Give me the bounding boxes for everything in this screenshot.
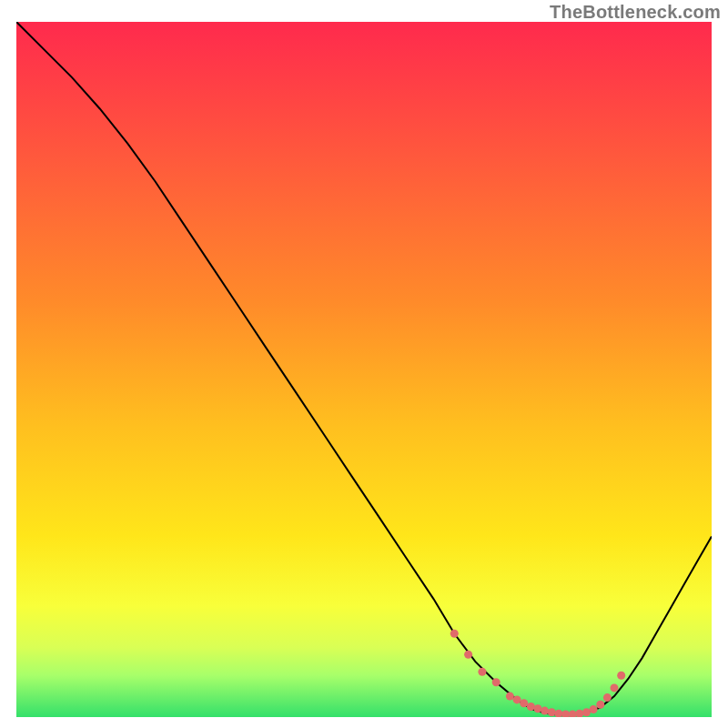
plot-svg (16, 22, 712, 717)
flat-zone-marker (506, 693, 514, 701)
flat-zone-marker (617, 672, 625, 680)
flat-zone-marker (611, 683, 619, 692)
flat-zone-marker (603, 693, 612, 702)
flat-zone-marker (478, 668, 486, 676)
flat-zone-marker (534, 704, 542, 713)
flat-zone-marker (492, 678, 500, 686)
flat-zone-marker (590, 705, 598, 713)
flat-zone-marker (450, 630, 459, 638)
flat-zone-marker (541, 707, 549, 715)
flat-zone-marker (520, 699, 528, 707)
watermark-text: TheBottleneck.com (550, 2, 721, 23)
flat-zone-marker (464, 651, 472, 659)
flat-zone-marker (596, 701, 604, 709)
gradient-background (16, 22, 712, 717)
chart-container: TheBottleneck.com (0, 0, 728, 728)
plot-area (16, 22, 712, 717)
flat-zone-marker (527, 703, 535, 711)
flat-zone-marker (548, 708, 556, 716)
